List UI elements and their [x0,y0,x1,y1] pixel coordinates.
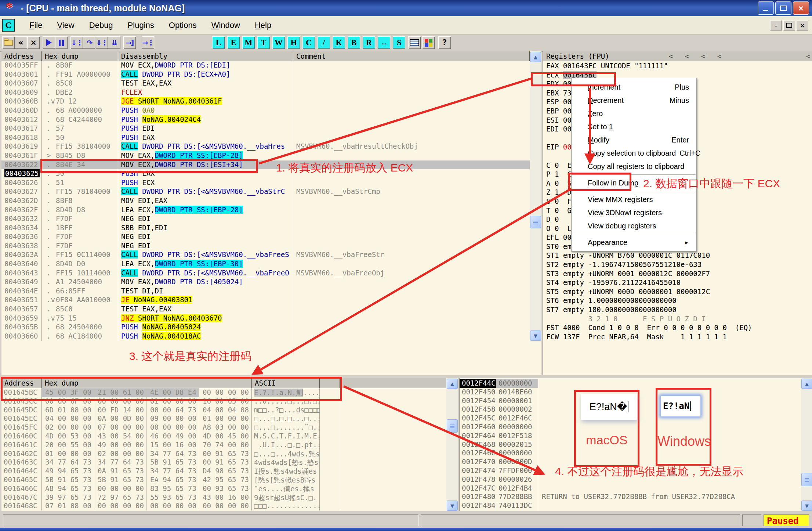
ctx-decrement[interactable]: DecrementMinus [572,94,696,107]
disasm-row[interactable]: 00403659.v75 15JNZ SHORT NoNAG.00403670 [1,314,530,323]
disasm-row[interactable]: 0040364E.66:85FFTEST DI,DI [1,287,530,296]
disasm-row[interactable]: 00403657.85C0TEST EAX,EAX [1,305,530,314]
register-row[interactable]: ST3 empty +UNORM 0001 0000012C 000002F7 [546,270,812,279]
run-button[interactable] [43,36,55,49]
menu-options[interactable]: Options [163,19,203,32]
dump-row[interactable]: 0016462C01 00 00 0002 00 00 0034 77 64 7… [1,449,340,458]
letter-button-K[interactable]: K [333,36,345,49]
letter-button-/[interactable]: / [318,36,330,49]
letter-button-B[interactable]: B [348,36,360,49]
ctx-zero[interactable]: Zero [572,107,696,120]
dump-row[interactable]: 0016464C49 94 65 730A 91 65 7334 77 64 7… [1,467,340,476]
letter-button-E[interactable]: E [227,36,240,49]
ctx-view-3dnow-registers[interactable]: View 3DNow! registers [572,206,696,219]
windows-list-button[interactable] [408,36,421,49]
scroll-thumb[interactable] [530,216,541,228]
chevron-left-icon[interactable]: < [717,52,721,60]
disasm-row[interactable]: 00403607.85C0TEST EAX,EAX [1,79,530,88]
letter-button-C[interactable]: C [302,36,315,49]
disasm-row[interactable]: 0040362F.8D4D D8LEA ECX,DWORD PTR SS:[EB… [1,206,530,215]
scroll-down-icon[interactable]: ▼ [801,501,812,511]
disasm-row[interactable]: 00403619.FF15 38104000CALL DWORD PTR DS:… [1,142,530,151]
stack-row[interactable]: 0012F47C0012F4B4 [460,484,735,493]
animate-into-button[interactable]: ⇓⋮ [95,36,108,49]
disasm-row[interactable]: 0040365B.68 24504000PUSH NoNAG.00405024 [1,323,530,332]
disasm-row[interactable]: 00403622.8B4E 34MOV ECX,DWORD PTR DS:[ES… [1,160,530,170]
disasm-row[interactable]: 00403618.50PUSH EAX [1,133,530,142]
mdi-close-button[interactable]: × [797,20,808,30]
letter-button-H[interactable]: H [287,36,300,49]
step-over-button[interactable]: ↷ [83,36,95,49]
letter-button-M[interactable]: M [242,36,255,49]
open-button[interactable] [2,36,15,49]
disasm-row[interactable]: 00403651.v0F84 AA010000JE NoNAG.00403801 [1,296,530,305]
scroll-down-icon[interactable]: ▼ [530,330,541,341]
disasm-row[interactable]: 0040360B.v7D 12JGE SHORT NoNAG.0040361F [1,97,530,106]
pause-button[interactable] [55,36,68,49]
menu-help[interactable]: Help [249,19,277,32]
appearance-button[interactable] [422,36,435,49]
windows-code-input[interactable]: E?!aN [660,395,701,417]
letter-button-W[interactable]: W [272,36,285,49]
scroll-up-icon[interactable]: ▲ [530,52,541,62]
goto-button[interactable]: →⋮ [142,36,154,49]
menu-plugins[interactable]: Plugins [122,19,160,32]
disasm-row[interactable]: 00403643.FF15 10114000CALL DWORD PTR DS:… [1,269,530,278]
menu-window[interactable]: Window [206,19,246,32]
dump-row[interactable]: 001645DC6D 01 08 0000 FD 14 0000 00 64 7… [1,406,340,415]
chevron-left-icon[interactable]: < [685,52,689,60]
menu-file[interactable]: File [23,19,48,32]
chevron-left-icon[interactable]: < [701,52,705,60]
dump-row[interactable]: 0016463C34 77 64 7334 77 64 735B 91 65 7… [1,458,340,467]
dump-row[interactable]: 001645EC04 00 00 000A 00 0D 0009 00 00 0… [1,414,340,423]
disasm-row[interactable]: 00403636.F7DFNEG EDI [1,232,530,242]
hexdump-scrollbar[interactable]: ▲ ▼ [446,378,458,511]
maximize-button[interactable] [775,1,791,15]
ctx-view-mmx-registers[interactable]: View MMX registers [572,193,696,206]
disasm-row[interactable]: 00403638.F7DFNEG EDI [1,242,530,251]
dump-row[interactable]: 001645CC00 00 6F 0000 00 00 0001 00 00 0… [1,397,340,406]
disasm-row[interactable]: 0040362D.8BF8MOV EDI,EAX [1,196,530,206]
disasm-row[interactable]: 004035FF.8B0FMOV ECX,DWORD PTR DS:[EDI] [1,61,530,70]
disasm-row[interactable]: 00403627.FF15 78104000CALL DWORD PTR DS:… [1,187,530,196]
macos-code-input[interactable]: E?!aN� [581,394,637,420]
stack-scrollbar[interactable]: ▲ ▼ [801,378,812,511]
dump-row[interactable]: 0016468C07 01 08 0000 00 00 0000 00 00 0… [1,502,340,510]
disasm-row[interactable]: 00403634.1BFFSBB EDI,EDI [1,224,530,233]
scroll-up-icon[interactable]: ▲ [801,379,812,389]
ctx-copy-all-registers-to-clipboard[interactable]: Copy all registers to clipboard [572,160,696,173]
disasm-row[interactable]: 00403640.8D4D D0LEA ECX,DWORD PTR SS:[EB… [1,260,530,269]
letter-button-dots[interactable]: ... [378,36,390,49]
register-row[interactable]: ST6 empty 1.0000000000000000000 [546,296,812,306]
disasm-row[interactable]: 00403609.DBE2FCLEX [1,88,530,97]
ctx-set-to-1[interactable]: Set to 1 [572,120,696,133]
scroll-thumb[interactable] [801,473,812,486]
mdi-minimize-button[interactable]: – [770,20,782,30]
stack-row[interactable]: 0012F484740113DC [460,501,735,510]
scroll-down-icon[interactable]: ▼ [447,501,458,511]
disasm-row[interactable]: 0040360D.68 A0000000PUSH 0A0 [1,106,530,115]
register-row[interactable]: 3 2 1 0 E S P U O Z D I [546,315,812,324]
register-row[interactable]: ST4 empty -195976.21122416455010 [546,278,812,288]
disasm-row[interactable]: 00403625.50PUSH EAX [1,169,530,178]
animate-over-button[interactable]: ⇊ [108,36,120,49]
step-into-button[interactable]: ↓⋮ [70,36,83,49]
menu-debug[interactable]: Debug [83,19,119,32]
register-row[interactable]: ST5 empty +UNORM 000D 00000001 0000012C [546,288,812,297]
stack-row[interactable]: 0012F48800644608UNICODE "Ok" [460,510,735,511]
register-row[interactable]: ST7 empty 180.00000000000000000 [546,306,812,315]
register-row[interactable]: FST 4000 Cond 1 0 0 0 Err 0 0 0 0 0 0 0 … [546,324,812,333]
disasm-row[interactable]: 00403612.68 C4244000PUSH NoNAG.004024C4 [1,115,530,124]
ctx-modify[interactable]: ModifyEnter [572,133,696,147]
disasm-row[interactable]: 00403632.F7DFNEG EDI [1,214,530,224]
disasm-row[interactable]: 00403660.68 AC184000PUSH NoNAG.004018AC [1,332,530,341]
scroll-up-icon[interactable]: ▲ [447,379,458,389]
disasm-row[interactable]: 00403626.51PUSH ECX [1,178,530,188]
register-row[interactable]: EAX 001643FC UNICODE "111111" [546,62,812,71]
disasm-row[interactable]: 00403601.FF91 A0000000CALL DWORD PTR DS:… [1,70,530,79]
dump-row[interactable]: 001645FC02 00 00 0007 00 00 0000 00 00 0… [1,423,340,432]
register-row[interactable]: ST1 empty -UNORM B760 0000001C 0117C010 [546,251,812,260]
dump-row[interactable]: 0016460C4D 00 53 0043 00 54 0046 00 49 0… [1,432,340,441]
register-row[interactable]: ST2 empty -1.1967471500567551210e-633 [546,260,812,270]
letter-button-L[interactable]: L [212,36,225,49]
